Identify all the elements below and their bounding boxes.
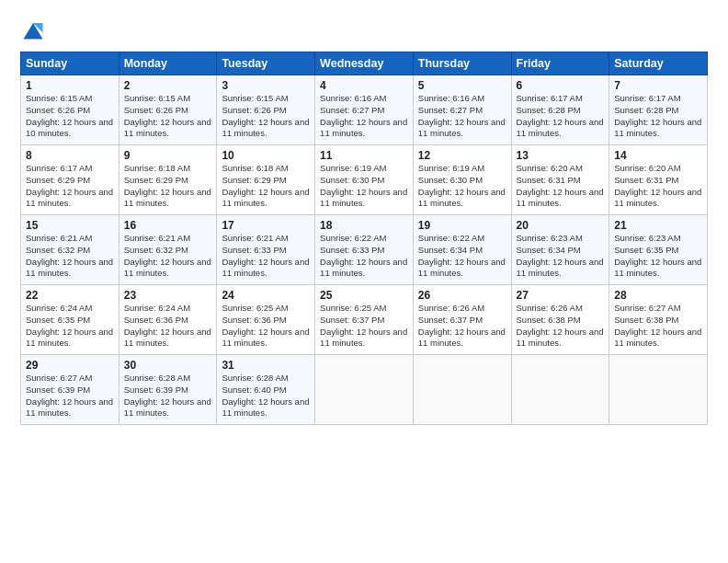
day-detail: Sunrise: 6:25 AMSunset: 6:37 PMDaylight:…: [320, 303, 407, 348]
calendar-cell: 20 Sunrise: 6:23 AMSunset: 6:34 PMDaylig…: [511, 215, 609, 285]
day-number: 25: [320, 289, 408, 302]
calendar-week-row: 29 Sunrise: 6:27 AMSunset: 6:39 PMDaylig…: [21, 355, 708, 425]
logo-icon: [20, 17, 46, 42]
calendar-cell: 1 Sunrise: 6:15 AMSunset: 6:26 PMDayligh…: [21, 75, 119, 145]
day-detail: Sunrise: 6:17 AMSunset: 6:28 PMDaylight:…: [614, 93, 701, 138]
day-number: 13: [517, 149, 605, 162]
day-number: 29: [26, 359, 114, 372]
day-detail: Sunrise: 6:28 AMSunset: 6:39 PMDaylight:…: [124, 373, 211, 418]
calendar-cell: [511, 355, 609, 425]
weekday-header: Sunday: [21, 52, 119, 75]
day-detail: Sunrise: 6:22 AMSunset: 6:33 PMDaylight:…: [320, 233, 407, 278]
day-detail: Sunrise: 6:18 AMSunset: 6:29 PMDaylight:…: [124, 163, 211, 208]
day-detail: Sunrise: 6:27 AMSunset: 6:39 PMDaylight:…: [26, 373, 113, 418]
day-detail: Sunrise: 6:21 AMSunset: 6:32 PMDaylight:…: [26, 233, 113, 278]
calendar-cell: 8 Sunrise: 6:17 AMSunset: 6:29 PMDayligh…: [21, 145, 119, 215]
day-number: 16: [124, 219, 212, 232]
calendar-cell: 14 Sunrise: 6:20 AMSunset: 6:31 PMDaylig…: [609, 145, 708, 215]
day-detail: Sunrise: 6:16 AMSunset: 6:27 PMDaylight:…: [418, 93, 506, 138]
day-detail: Sunrise: 6:20 AMSunset: 6:31 PMDaylight:…: [517, 163, 604, 208]
day-number: 24: [222, 289, 310, 302]
calendar-cell: 7 Sunrise: 6:17 AMSunset: 6:28 PMDayligh…: [609, 75, 708, 145]
day-number: 31: [222, 359, 310, 372]
weekday-header-row: SundayMondayTuesdayWednesdayThursdayFrid…: [21, 52, 708, 75]
day-number: 3: [222, 79, 310, 92]
day-number: 14: [614, 149, 702, 162]
calendar-cell: 5 Sunrise: 6:16 AMSunset: 6:27 PMDayligh…: [413, 75, 511, 145]
day-number: 9: [124, 149, 212, 162]
weekday-header: Monday: [119, 52, 217, 75]
calendar-week-row: 1 Sunrise: 6:15 AMSunset: 6:26 PMDayligh…: [21, 75, 708, 145]
day-number: 19: [418, 219, 506, 232]
weekday-header: Tuesday: [217, 52, 315, 75]
weekday-header: Thursday: [413, 52, 511, 75]
calendar-cell: 18 Sunrise: 6:22 AMSunset: 6:33 PMDaylig…: [315, 215, 414, 285]
day-detail: Sunrise: 6:26 AMSunset: 6:38 PMDaylight:…: [517, 303, 604, 348]
day-detail: Sunrise: 6:16 AMSunset: 6:27 PMDaylight:…: [320, 93, 407, 138]
calendar-cell: 12 Sunrise: 6:19 AMSunset: 6:30 PMDaylig…: [413, 145, 511, 215]
day-number: 11: [320, 149, 408, 162]
day-number: 27: [517, 289, 605, 302]
day-detail: Sunrise: 6:17 AMSunset: 6:29 PMDaylight:…: [26, 163, 113, 208]
calendar-week-row: 22 Sunrise: 6:24 AMSunset: 6:35 PMDaylig…: [21, 285, 708, 355]
calendar-cell: 27 Sunrise: 6:26 AMSunset: 6:38 PMDaylig…: [511, 285, 609, 355]
calendar-cell: 6 Sunrise: 6:17 AMSunset: 6:28 PMDayligh…: [511, 75, 609, 145]
calendar-week-row: 15 Sunrise: 6:21 AMSunset: 6:32 PMDaylig…: [21, 215, 708, 285]
day-number: 2: [124, 79, 212, 92]
day-detail: Sunrise: 6:15 AMSunset: 6:26 PMDaylight:…: [222, 93, 309, 138]
calendar-cell: 28 Sunrise: 6:27 AMSunset: 6:38 PMDaylig…: [609, 285, 708, 355]
calendar-cell: 4 Sunrise: 6:16 AMSunset: 6:27 PMDayligh…: [315, 75, 414, 145]
calendar-cell: 21 Sunrise: 6:23 AMSunset: 6:35 PMDaylig…: [609, 215, 708, 285]
calendar-cell: 2 Sunrise: 6:15 AMSunset: 6:26 PMDayligh…: [119, 75, 217, 145]
calendar-cell: 9 Sunrise: 6:18 AMSunset: 6:29 PMDayligh…: [119, 145, 217, 215]
calendar-cell: 22 Sunrise: 6:24 AMSunset: 6:35 PMDaylig…: [21, 285, 119, 355]
day-number: 20: [517, 219, 605, 232]
day-number: 7: [614, 79, 702, 92]
day-detail: Sunrise: 6:27 AMSunset: 6:38 PMDaylight:…: [614, 303, 701, 348]
calendar-week-row: 8 Sunrise: 6:17 AMSunset: 6:29 PMDayligh…: [21, 145, 708, 215]
day-number: 12: [418, 149, 506, 162]
day-detail: Sunrise: 6:19 AMSunset: 6:30 PMDaylight:…: [320, 163, 407, 208]
day-number: 30: [124, 359, 212, 372]
calendar-cell: 11 Sunrise: 6:19 AMSunset: 6:30 PMDaylig…: [315, 145, 414, 215]
day-number: 10: [222, 149, 310, 162]
day-detail: Sunrise: 6:20 AMSunset: 6:31 PMDaylight:…: [614, 163, 701, 208]
calendar-cell: 24 Sunrise: 6:25 AMSunset: 6:36 PMDaylig…: [217, 285, 315, 355]
logo: [20, 17, 50, 42]
day-detail: Sunrise: 6:17 AMSunset: 6:28 PMDaylight:…: [517, 93, 604, 138]
day-detail: Sunrise: 6:26 AMSunset: 6:37 PMDaylight:…: [418, 303, 506, 348]
day-detail: Sunrise: 6:19 AMSunset: 6:30 PMDaylight:…: [418, 163, 506, 208]
day-number: 4: [320, 79, 408, 92]
calendar-cell: 17 Sunrise: 6:21 AMSunset: 6:33 PMDaylig…: [217, 215, 315, 285]
day-number: 6: [517, 79, 605, 92]
day-number: 15: [26, 219, 114, 232]
day-number: 8: [26, 149, 114, 162]
calendar-cell: 15 Sunrise: 6:21 AMSunset: 6:32 PMDaylig…: [21, 215, 119, 285]
calendar-cell: 19 Sunrise: 6:22 AMSunset: 6:34 PMDaylig…: [413, 215, 511, 285]
page: SundayMondayTuesdayWednesdayThursdayFrid…: [0, 0, 728, 563]
weekday-header: Saturday: [609, 52, 708, 75]
day-detail: Sunrise: 6:21 AMSunset: 6:33 PMDaylight:…: [222, 233, 309, 278]
calendar-cell: 25 Sunrise: 6:25 AMSunset: 6:37 PMDaylig…: [315, 285, 414, 355]
day-detail: Sunrise: 6:25 AMSunset: 6:36 PMDaylight:…: [222, 303, 309, 348]
day-detail: Sunrise: 6:23 AMSunset: 6:34 PMDaylight:…: [517, 233, 604, 278]
day-detail: Sunrise: 6:28 AMSunset: 6:40 PMDaylight:…: [222, 373, 309, 418]
calendar-cell: [315, 355, 414, 425]
day-number: 21: [614, 219, 702, 232]
weekday-header: Friday: [511, 52, 609, 75]
calendar-cell: [609, 355, 708, 425]
day-detail: Sunrise: 6:21 AMSunset: 6:32 PMDaylight:…: [124, 233, 211, 278]
calendar-cell: 10 Sunrise: 6:18 AMSunset: 6:29 PMDaylig…: [217, 145, 315, 215]
day-detail: Sunrise: 6:24 AMSunset: 6:35 PMDaylight:…: [26, 303, 113, 348]
calendar-cell: 3 Sunrise: 6:15 AMSunset: 6:26 PMDayligh…: [217, 75, 315, 145]
calendar-cell: [413, 355, 511, 425]
calendar-cell: 31 Sunrise: 6:28 AMSunset: 6:40 PMDaylig…: [217, 355, 315, 425]
day-number: 28: [614, 289, 702, 302]
header: [20, 17, 708, 42]
calendar-cell: 26 Sunrise: 6:26 AMSunset: 6:37 PMDaylig…: [413, 285, 511, 355]
day-detail: Sunrise: 6:23 AMSunset: 6:35 PMDaylight:…: [614, 233, 701, 278]
calendar-cell: 30 Sunrise: 6:28 AMSunset: 6:39 PMDaylig…: [119, 355, 217, 425]
day-number: 18: [320, 219, 408, 232]
day-detail: Sunrise: 6:15 AMSunset: 6:26 PMDaylight:…: [124, 93, 211, 138]
day-number: 5: [418, 79, 506, 92]
